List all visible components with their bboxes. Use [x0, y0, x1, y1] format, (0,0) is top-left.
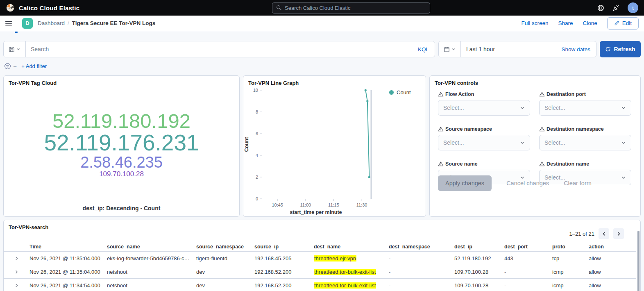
kql-search-input[interactable]	[26, 46, 412, 52]
breadcrumb-bar: D Dashboard / Tigera Secure EE Tor-VPN L…	[0, 16, 644, 31]
breadcrumb-separator: /	[68, 20, 69, 26]
cell-time: Nov 26, 2021 @ 11:35:04.000	[29, 255, 107, 261]
global-search-input[interactable]	[285, 5, 426, 11]
chevron-down-icon	[451, 47, 456, 51]
cell-source-name: netshoot	[107, 269, 196, 275]
cancel-changes-button[interactable]: Cancel changes	[506, 180, 549, 186]
next-page-button[interactable]	[613, 228, 624, 239]
breadcrumb-dashboard-link[interactable]: Dashboard	[38, 20, 65, 26]
menu-icon[interactable]	[5, 20, 12, 27]
news-icon[interactable]	[612, 5, 619, 11]
refresh-button[interactable]: Refresh	[600, 41, 641, 57]
edit-button-label: Edit	[622, 20, 632, 26]
cell-dest-name: threatfeed.tor-bulk-exit-list	[314, 282, 389, 289]
cell-dest-name: threatfeed.ejr-vpn	[314, 255, 389, 261]
cell-source-ip: 192.168.45.205	[254, 255, 314, 261]
svg-text:Count: Count	[244, 137, 249, 152]
chevron-right-icon	[617, 232, 621, 236]
user-avatar[interactable]: t	[628, 2, 638, 13]
page-title: Tigera Secure EE Tor-VPN Logs	[72, 20, 156, 26]
expand-row-icon[interactable]	[4, 270, 29, 274]
source-namespace-select[interactable]: Select...	[438, 135, 530, 150]
table-row: Nov 26, 2021 @ 11:34:54.000netshootdev19…	[4, 279, 636, 291]
svg-text:6: 6	[256, 131, 258, 136]
column-header-dest-ip: dest_ip	[454, 244, 504, 250]
destination-namespace-select[interactable]: Select...	[539, 135, 631, 150]
panel-title: Tor-VPN-search	[9, 224, 48, 230]
chart-legend[interactable]: Count	[389, 89, 411, 95]
source-namespace-label: Source namespace	[438, 126, 530, 132]
column-header-action: action	[589, 244, 636, 250]
refresh-icon	[605, 46, 611, 52]
tag-cloud: 52.119.180.19252.119.176.2312.58.46.2351…	[4, 90, 239, 198]
tag-cloud-term[interactable]: 52.119.176.231	[44, 131, 199, 155]
cell-dest-name: threatfeed.tor-bulk-exit-list	[314, 269, 389, 275]
add-filter-button[interactable]: + Add filter	[21, 63, 47, 69]
tag-cloud-term[interactable]: 109.70.100.28	[99, 171, 144, 178]
cell-source-namespace: dev	[196, 282, 254, 289]
clone-button[interactable]: Clone	[583, 20, 597, 26]
warning-icon	[539, 126, 545, 132]
filter-bar: – + Add filter	[4, 61, 640, 70]
calendar-icon	[444, 46, 450, 52]
previous-page-button[interactable]	[599, 228, 609, 239]
pagination-label: 1–21 of 21	[569, 231, 594, 237]
cell-proto: icmp	[552, 282, 589, 289]
help-icon[interactable]	[597, 5, 604, 11]
clear-form-button[interactable]: Clear form	[564, 180, 592, 186]
chevron-down-icon	[16, 47, 20, 51]
cell-action: allow	[589, 282, 636, 289]
show-dates-button[interactable]: Show dates	[556, 46, 596, 52]
cell-dest-namespace: -	[389, 255, 454, 261]
edit-button[interactable]: Edit	[607, 17, 639, 30]
share-button[interactable]: Share	[558, 20, 573, 26]
svg-text:11:30: 11:30	[356, 202, 367, 207]
calendar-menu-button[interactable]	[439, 41, 461, 57]
cell-dest-ip: 52.119.180.192	[454, 255, 504, 261]
time-range-value[interactable]: Last 1 hour	[461, 46, 556, 52]
cell-dest-ip: 109.70.100.28	[454, 269, 504, 275]
warning-icon	[438, 126, 444, 132]
tag-cloud-caption: dest_ip: Descending - Count	[4, 205, 239, 211]
svg-text:10: 10	[253, 88, 258, 93]
cell-source-namespace: dev	[196, 269, 254, 275]
loading-indicator-tick	[15, 32, 18, 33]
cell-dest-port: 443	[504, 255, 552, 261]
cell-dest-namespace: -	[389, 282, 454, 289]
table-row: Nov 26, 2021 @ 11:35:04.000netshootdev19…	[4, 265, 636, 279]
line-chart-plot[interactable]: 024681010:4511:0011:1511:30start_time pe…	[243, 76, 426, 216]
calico-logo-icon	[6, 3, 15, 12]
query-bar: KQL Last 1 hour Show dates Refresh	[3, 41, 641, 57]
search-icon	[276, 5, 282, 11]
destination-port-label: Destination port	[539, 91, 631, 97]
full-screen-button[interactable]: Full screen	[521, 20, 548, 26]
expand-row-icon[interactable]	[4, 283, 29, 288]
source-namespace-field: Source namespaceSelect...	[438, 126, 530, 150]
pagination: 1–21 of 21	[569, 228, 624, 239]
divider	[17, 19, 17, 28]
tag-cloud-term[interactable]: 2.58.46.235	[80, 155, 163, 171]
expand-row-icon[interactable]	[4, 256, 29, 261]
column-header-dest-namespace: dest_namespace	[389, 244, 454, 250]
kql-language-button[interactable]: KQL	[412, 46, 435, 52]
table-scrollbar[interactable]	[637, 231, 639, 291]
svg-text:0: 0	[256, 196, 258, 201]
warning-icon	[539, 161, 545, 167]
cell-action: allow	[589, 255, 636, 261]
breadcrumb: Dashboard / Tigera Secure EE Tor-VPN Log…	[38, 20, 155, 26]
warning-icon	[539, 91, 545, 97]
filter-dash: –	[14, 63, 16, 69]
destination-port-select[interactable]: Select...	[539, 100, 631, 116]
controls-panel: Tor-VPN controls Flow ActionSelect...Des…	[429, 75, 641, 217]
tag-cloud-term[interactable]: 52.119.180.192	[52, 111, 190, 131]
saved-query-menu-button[interactable]	[4, 41, 26, 57]
space-avatar[interactable]: D	[22, 18, 33, 29]
svg-text:8: 8	[256, 109, 258, 114]
apply-changes-button[interactable]: Apply changes	[438, 175, 492, 191]
destination-namespace-field: Destination namespaceSelect...	[539, 126, 631, 150]
flow-action-select[interactable]: Select...	[438, 100, 530, 116]
filter-icon[interactable]	[4, 63, 11, 70]
column-header-source-namespace: source_namespace	[196, 244, 254, 250]
chevron-down-icon	[520, 105, 525, 110]
global-search[interactable]	[272, 2, 430, 14]
